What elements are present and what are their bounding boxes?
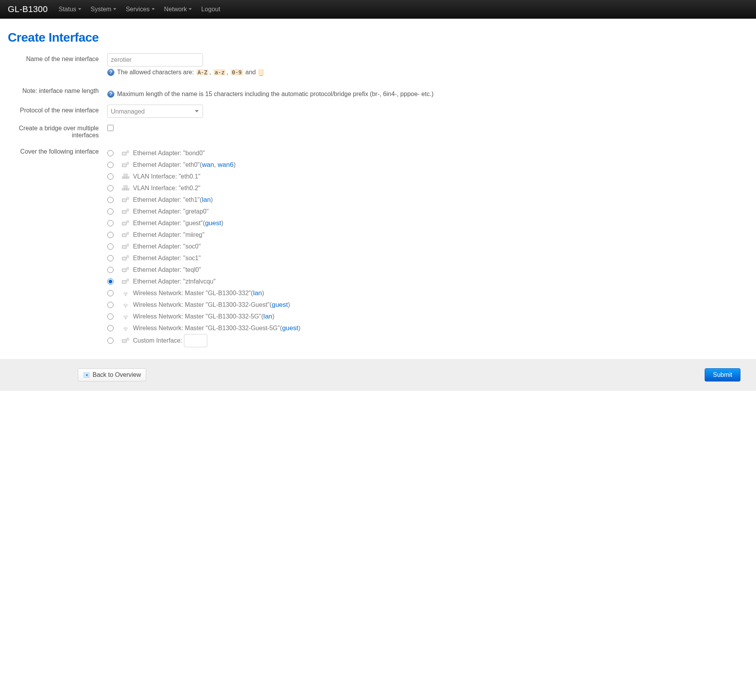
interface-label: Ethernet Adapter: "eth1" xyxy=(133,196,200,203)
ethernet-icon xyxy=(122,232,129,238)
radio-interface[interactable] xyxy=(107,325,114,331)
wifi-icon xyxy=(122,314,129,320)
radio-interface[interactable] xyxy=(107,208,114,215)
nav-items: StatusSystemServicesNetworkLogout xyxy=(59,6,230,13)
chevron-down-icon xyxy=(78,8,81,10)
label-cover: Cover the following interface xyxy=(8,147,103,155)
radio-interface[interactable] xyxy=(107,243,114,250)
interface-label: Wireless Network: Master "GL-B1300-332-5… xyxy=(133,313,261,320)
input-custom-interface[interactable] xyxy=(184,334,207,347)
svg-rect-16 xyxy=(127,197,129,200)
ethernet-icon xyxy=(122,244,129,250)
ethernet-icon xyxy=(122,162,129,168)
label-protocol: Protocol of the new interface xyxy=(8,105,103,114)
interface-label: Ethernet Adapter: "miireg" xyxy=(133,231,205,238)
code-AZ: A-Z xyxy=(196,69,208,75)
interface-link[interactable]: guest xyxy=(272,301,288,308)
nav-system[interactable]: System xyxy=(91,6,116,13)
interface-row: Ethernet Adapter: "eth1" (lan) xyxy=(107,194,748,206)
radio-interface[interactable] xyxy=(107,255,114,261)
interface-label: Ethernet Adapter: "ztnfalvcqu" xyxy=(133,278,215,285)
chevron-down-icon xyxy=(113,8,116,10)
interface-link[interactable]: wan6 xyxy=(218,161,234,168)
svg-point-41 xyxy=(125,329,126,331)
wifi-icon xyxy=(122,326,129,331)
radio-interface[interactable] xyxy=(107,197,114,203)
svg-rect-28 xyxy=(127,244,129,246)
interface-label: Ethernet Adapter: "eth0" xyxy=(133,161,200,168)
checkbox-bridge[interactable] xyxy=(107,125,114,131)
svg-rect-6 xyxy=(122,177,124,178)
actions-left: Back to Overview xyxy=(78,368,146,382)
interface-link[interactable]: lan xyxy=(202,196,211,203)
hint-allowed-chars: ? The allowed characters are: A-Z, a-z, … xyxy=(107,69,748,76)
radio-interface[interactable] xyxy=(107,162,114,168)
interface-list: Ethernet Adapter: "bond0"Ethernet Adapte… xyxy=(107,147,748,334)
nav-status[interactable]: Status xyxy=(59,6,81,13)
submit-button[interactable]: Submit xyxy=(705,368,740,382)
radio-interface[interactable] xyxy=(107,302,114,308)
interface-row: Ethernet Adapter: "soc0" xyxy=(107,241,748,252)
radio-interface[interactable] xyxy=(107,185,114,191)
interface-links: (wan, wan6) xyxy=(200,161,236,169)
interface-row: Ethernet Adapter: "eth0" (wan, wan6) xyxy=(107,159,748,171)
svg-rect-37 xyxy=(127,279,129,281)
help-icon: ? xyxy=(107,91,114,98)
ethernet-icon xyxy=(122,267,129,273)
interface-label: Ethernet Adapter: "soc1" xyxy=(133,255,201,262)
interface-links: (guest) xyxy=(203,219,223,227)
svg-rect-18 xyxy=(123,211,126,213)
row-note: Note: interface name length ? Maximum le… xyxy=(8,85,748,98)
page-title: Create Interface xyxy=(8,30,748,45)
svg-rect-5 xyxy=(127,162,129,164)
interface-links: (lan) xyxy=(200,196,213,204)
nav-logout[interactable]: Logout xyxy=(201,6,220,13)
input-interface-name[interactable] xyxy=(107,53,203,66)
radio-interface[interactable] xyxy=(107,150,114,156)
interface-link[interactable]: lan xyxy=(253,289,262,297)
nav-network[interactable]: Network xyxy=(164,6,192,13)
field-bridge xyxy=(103,125,748,133)
interface-row: Wireless Network: Master "GL-B1300-332-G… xyxy=(107,322,748,334)
svg-rect-25 xyxy=(127,232,129,234)
field-protocol: Unmanaged xyxy=(103,105,748,118)
interface-link[interactable]: wan xyxy=(202,161,214,168)
interface-row: Ethernet Adapter: "gretap0" xyxy=(107,206,748,217)
interface-custom-label: Custom Interface: xyxy=(133,337,182,344)
svg-rect-43 xyxy=(123,340,126,342)
ethernet-icon xyxy=(122,197,129,203)
code-09: 0-9 xyxy=(231,69,243,75)
interface-links: (lan) xyxy=(261,313,275,320)
radio-interface[interactable] xyxy=(107,290,114,296)
submit-button-label: Submit xyxy=(713,371,732,378)
chevron-down-icon xyxy=(189,8,192,10)
interface-row: Wireless Network: Master "GL-B1300-332-5… xyxy=(107,311,748,322)
interface-row: VLAN Interface: "eth0.1" xyxy=(107,171,748,182)
code-az: a-z xyxy=(214,69,226,75)
svg-rect-15 xyxy=(123,200,126,201)
row-name: Name of the new interface ? The allowed … xyxy=(8,53,748,76)
ethernet-icon xyxy=(122,338,129,344)
radio-interface[interactable] xyxy=(107,173,114,180)
interface-link[interactable]: guest xyxy=(205,219,221,227)
radio-interface[interactable] xyxy=(107,232,114,238)
nav-services[interactable]: Services xyxy=(126,6,154,13)
hint-note: ? Maximum length of the name is 15 chara… xyxy=(107,91,748,98)
radio-interface[interactable] xyxy=(107,278,114,285)
note-text: Maximum length of the name is 15 charact… xyxy=(117,91,434,98)
interface-link[interactable]: lan xyxy=(263,313,272,320)
radio-interface[interactable] xyxy=(107,313,114,320)
ethernet-icon xyxy=(122,256,129,261)
radio-interface[interactable] xyxy=(107,220,114,226)
svg-rect-19 xyxy=(127,209,129,211)
back-button[interactable]: Back to Overview xyxy=(78,368,146,382)
radio-interface-custom[interactable] xyxy=(107,338,114,344)
select-protocol[interactable]: Unmanaged xyxy=(107,105,203,118)
radio-interface[interactable] xyxy=(107,267,114,273)
interface-label: Wireless Network: Master "GL-B1300-332" xyxy=(133,290,251,297)
svg-rect-34 xyxy=(127,267,129,270)
interface-label: Ethernet Adapter: "gretap0" xyxy=(133,208,209,215)
interface-row: Ethernet Adapter: "teql0" xyxy=(107,264,748,276)
interface-link[interactable]: guest xyxy=(282,324,298,332)
row-cover: Cover the following interface Ethernet A… xyxy=(8,147,748,347)
